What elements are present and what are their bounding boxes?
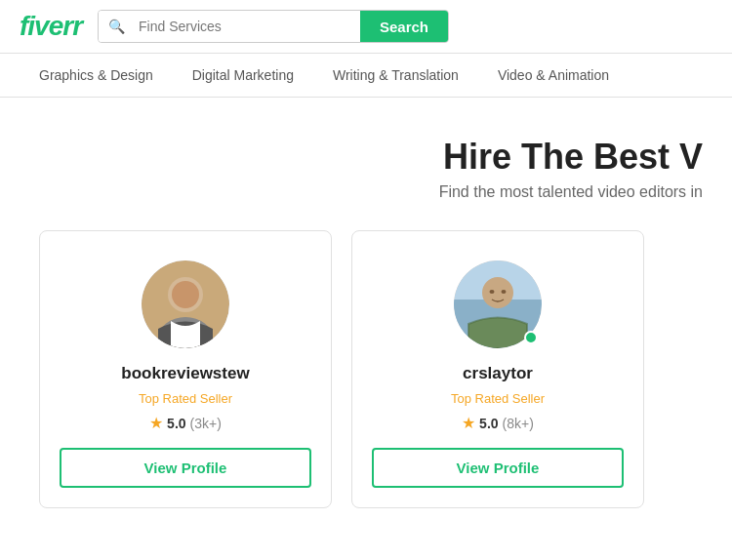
seller-card-2: crslaytor Top Rated Seller ★ 5.0 (8k+) V…	[351, 230, 644, 508]
nav-item-writing[interactable]: Writing & Translation	[313, 54, 478, 97]
category-nav: Graphics & Design Digital Marketing Writ…	[0, 54, 732, 98]
search-input[interactable]	[135, 11, 360, 42]
nav-item-graphics[interactable]: Graphics & Design	[20, 54, 173, 97]
search-button[interactable]: Search	[360, 11, 448, 42]
avatar-1	[142, 260, 229, 348]
star-icon-1: ★	[149, 414, 163, 432]
rating-score-2: 5.0	[479, 416, 498, 431]
online-indicator-2	[524, 331, 538, 344]
search-icon: 🔍	[99, 11, 135, 42]
search-bar: 🔍 Search	[98, 10, 449, 43]
svg-point-7	[490, 290, 495, 294]
seller-rating-2: ★ 5.0 (8k+)	[462, 414, 534, 432]
header: fiverr 🔍 Search	[0, 0, 732, 54]
rating-count-2: (8k+)	[503, 416, 534, 431]
seller-badge-2: Top Rated Seller	[451, 391, 545, 406]
view-profile-button-1[interactable]: View Profile	[60, 448, 311, 488]
seller-card-1: bookreviewstew Top Rated Seller ★ 5.0 (3…	[39, 230, 332, 508]
view-profile-button-2[interactable]: View Profile	[372, 448, 624, 488]
nav-item-video[interactable]: Video & Animation	[478, 54, 629, 97]
svg-point-8	[502, 290, 507, 294]
logo[interactable]: fiverr	[20, 11, 82, 42]
seller-cards: bookreviewstew Top Rated Seller ★ 5.0 (3…	[0, 220, 732, 538]
rating-count-1: (3k+)	[190, 416, 222, 431]
seller-username-2: crslaytor	[463, 364, 533, 383]
seller-rating-1: ★ 5.0 (3k+)	[149, 414, 222, 432]
hero-title: Hire The Best V	[29, 137, 703, 178]
avatar-wrap-1	[142, 260, 229, 348]
svg-point-6	[482, 277, 513, 308]
rating-score-1: 5.0	[167, 416, 185, 431]
seller-username-1: bookreviewstew	[121, 364, 249, 383]
svg-point-3	[172, 281, 199, 308]
seller-badge-1: Top Rated Seller	[139, 391, 232, 406]
star-icon-2: ★	[462, 414, 475, 432]
hero-section: Hire The Best V Find the most talented v…	[0, 98, 732, 220]
avatar-wrap-2	[454, 260, 542, 348]
avatar-image-1	[142, 260, 229, 348]
hero-subtitle: Find the most talented video editors in	[29, 183, 703, 201]
nav-item-digital-marketing[interactable]: Digital Marketing	[173, 54, 313, 97]
